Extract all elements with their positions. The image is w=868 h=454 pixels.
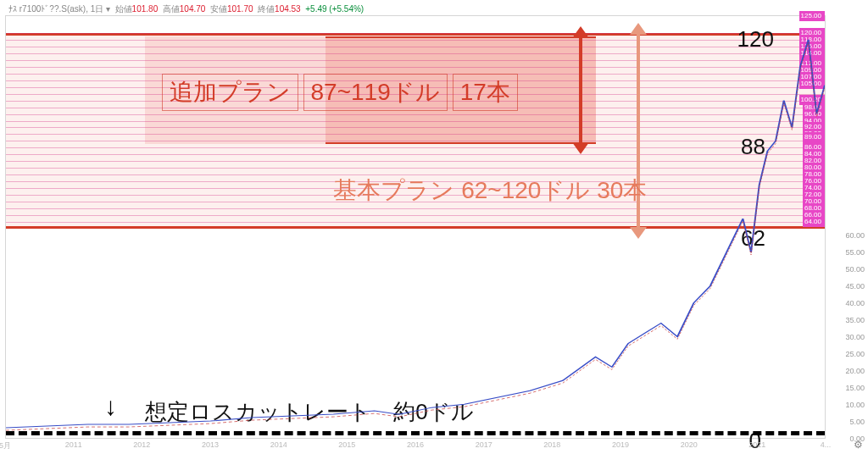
gear-icon[interactable]: ⚙: [854, 439, 863, 451]
chart-header: ﾅｽ r7100ﾄﾞ??.S(ask), 1日 ▾ 始値101.80 高値104…: [8, 3, 364, 15]
x-axis: 5月20112012201320142015201620172018201920…: [5, 440, 826, 451]
y-axis: 60.0055.0050.0045.0040.0035.0030.0025.00…: [827, 15, 868, 439]
symbol[interactable]: ﾅｽ r7100ﾄﾞ??.S(ask), 1日: [8, 4, 103, 14]
price-chart[interactable]: 125.00120.00118.00116.00114.00111.00109.…: [5, 15, 826, 439]
price-line: [6, 16, 825, 438]
